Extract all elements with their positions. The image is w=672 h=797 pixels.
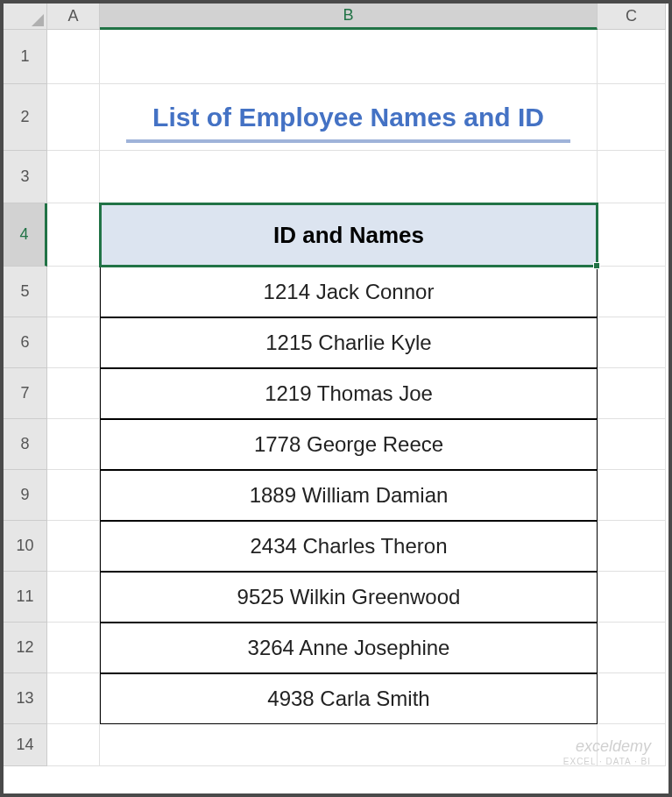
sheet-title: List of Employee Names and ID	[152, 103, 544, 132]
cell-c12[interactable]	[598, 623, 666, 673]
row-header-8[interactable]: 8	[4, 419, 47, 470]
row-header-6[interactable]: 6	[4, 317, 47, 368]
row-header-10[interactable]: 10	[4, 521, 47, 572]
row-header-11[interactable]: 11	[4, 572, 47, 623]
cell-b11[interactable]: 9525 Wilkin Greenwood	[100, 572, 598, 623]
cell-b5[interactable]: 1214 Jack Connor	[100, 267, 598, 317]
cell-b9[interactable]: 1889 William Damian	[100, 470, 598, 521]
cell-a7[interactable]	[47, 368, 100, 419]
cell-b6[interactable]: 1215 Charlie Kyle	[100, 317, 598, 368]
column-headers: A B C	[47, 4, 668, 30]
cell-a1[interactable]	[47, 30, 100, 84]
spreadsheet: A B C 1 2 3 4 5 6 7 8 9 10 11 12 13 14 L…	[4, 4, 668, 793]
cell-a14[interactable]	[47, 724, 100, 766]
cell-b14[interactable]	[100, 724, 598, 766]
cell-a10[interactable]	[47, 521, 100, 572]
cell-a2[interactable]	[47, 84, 100, 151]
cell-c3[interactable]	[598, 151, 666, 203]
cell-b7[interactable]: 1219 Thomas Joe	[100, 368, 598, 419]
cell-c9[interactable]	[598, 470, 666, 521]
watermark: exceldemy EXCEL · DATA · BI	[563, 737, 651, 767]
cell-a5[interactable]	[47, 267, 100, 317]
grid: List of Employee Names and ID ID and Nam…	[47, 30, 668, 793]
cell-a9[interactable]	[47, 470, 100, 521]
column-header-b[interactable]: B	[100, 4, 598, 30]
cell-c6[interactable]	[598, 317, 666, 368]
cell-a4[interactable]	[47, 203, 100, 267]
row-header-2[interactable]: 2	[4, 84, 47, 151]
title-underline	[126, 139, 570, 143]
cell-c1[interactable]	[598, 30, 666, 84]
row-header-7[interactable]: 7	[4, 368, 47, 419]
cell-a6[interactable]	[47, 317, 100, 368]
row-header-13[interactable]: 13	[4, 673, 47, 724]
row-headers: 1 2 3 4 5 6 7 8 9 10 11 12 13 14	[4, 30, 47, 793]
cell-c11[interactable]	[598, 572, 666, 623]
cell-b4[interactable]: ID and Names	[100, 203, 598, 267]
cell-c5[interactable]	[598, 267, 666, 317]
row-header-9[interactable]: 9	[4, 470, 47, 521]
cell-b3[interactable]	[100, 151, 598, 203]
cell-c4[interactable]	[598, 203, 666, 267]
row-header-12[interactable]: 12	[4, 623, 47, 673]
column-header-c[interactable]: C	[598, 4, 666, 30]
table-header: ID and Names	[273, 222, 424, 249]
cell-b2[interactable]: List of Employee Names and ID	[100, 84, 598, 151]
cell-a12[interactable]	[47, 623, 100, 673]
cell-c7[interactable]	[598, 368, 666, 419]
row-header-3[interactable]: 3	[4, 151, 47, 203]
column-header-a[interactable]: A	[47, 4, 100, 30]
row-header-4[interactable]: 4	[4, 203, 47, 267]
watermark-sub: EXCEL · DATA · BI	[563, 757, 651, 767]
watermark-main: exceldemy	[563, 737, 651, 757]
cell-c13[interactable]	[598, 673, 666, 724]
row-header-5[interactable]: 5	[4, 267, 47, 317]
row-header-14[interactable]: 14	[4, 724, 47, 766]
cell-a8[interactable]	[47, 419, 100, 470]
cell-c2[interactable]	[598, 84, 666, 151]
select-all-corner[interactable]	[4, 4, 47, 30]
cell-a3[interactable]	[47, 151, 100, 203]
cell-a13[interactable]	[47, 673, 100, 724]
cell-b13[interactable]: 4938 Carla Smith	[100, 673, 598, 724]
row-header-1[interactable]: 1	[4, 30, 47, 84]
cell-b10[interactable]: 2434 Charles Theron	[100, 521, 598, 572]
cell-b12[interactable]: 3264 Anne Josephine	[100, 623, 598, 673]
cell-a11[interactable]	[47, 572, 100, 623]
cell-b8[interactable]: 1778 George Reece	[100, 419, 598, 470]
cell-b1[interactable]	[100, 30, 598, 84]
cell-c10[interactable]	[598, 521, 666, 572]
cell-c8[interactable]	[598, 419, 666, 470]
